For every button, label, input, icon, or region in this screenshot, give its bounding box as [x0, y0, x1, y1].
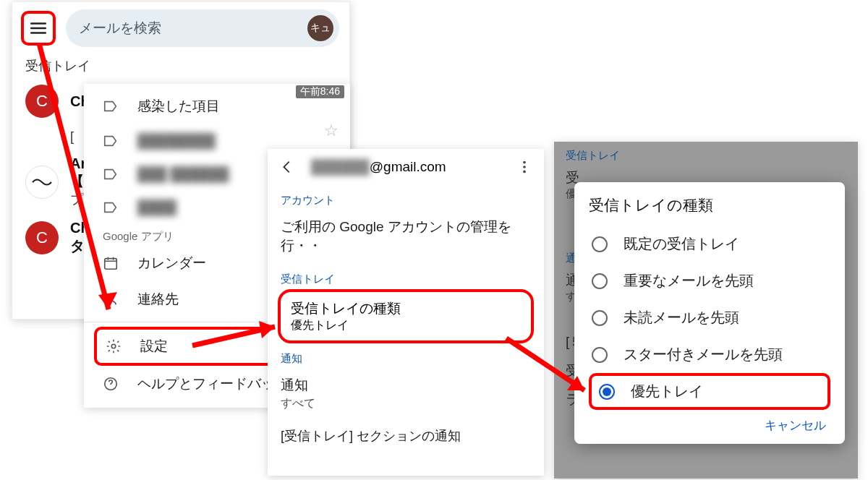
- gear-icon: [106, 338, 122, 354]
- highlight-inbox-type: 受信トレイの種類 優先トレイ: [278, 289, 534, 343]
- inbox-type-option-selected[interactable]: 優先トレイ: [589, 373, 830, 410]
- svg-point-6: [523, 171, 526, 173]
- notif-section-header: 通知: [268, 343, 544, 369]
- svg-point-2: [111, 344, 116, 348]
- tutorial-arrow-2: [190, 317, 291, 353]
- question-mark: ?: [323, 101, 331, 118]
- time-badge: 午前8:46: [296, 85, 344, 98]
- tutorial-arrow-1: [29, 40, 123, 330]
- back-arrow-icon[interactable]: [279, 159, 295, 175]
- inbox-type-option[interactable]: 既定の受信トレイ: [589, 226, 830, 262]
- svg-point-4: [523, 161, 526, 164]
- radio-icon: [592, 273, 608, 289]
- notif-row[interactable]: 通知 すべて: [268, 369, 544, 420]
- svg-marker-8: [98, 292, 117, 309]
- manage-account-row[interactable]: ご利用の Google アカウントの管理を行・・: [268, 210, 544, 264]
- inbox-type-option[interactable]: 未読メールを先頭: [589, 299, 830, 336]
- more-icon[interactable]: [516, 159, 532, 175]
- inbox-type-option[interactable]: スター付きメールを先頭: [589, 336, 830, 373]
- account-avatar-chip[interactable]: キュ: [307, 15, 333, 41]
- inbox-section-header: 受信トレイ: [268, 264, 544, 289]
- radio-selected-icon: [599, 384, 615, 400]
- star-icon[interactable]: ☆: [324, 121, 339, 140]
- radio-icon: [592, 310, 608, 326]
- radio-icon: [592, 236, 608, 252]
- dialog-title: 受信トレイの種類: [589, 195, 830, 215]
- cancel-button[interactable]: キャンセル: [589, 410, 830, 435]
- inbox-type-dialog: 受信トレイの種類 既定の受信トレイ 重要なメールを先頭 未読メールを先頭 スター…: [574, 182, 845, 444]
- svg-point-5: [523, 166, 526, 168]
- svg-line-7: [39, 43, 109, 309]
- account-settings-panel: ██████@gmail.com アカウント ご利用の Google アカウント…: [268, 149, 544, 476]
- tutorial-arrow-3: [503, 334, 597, 402]
- inbox-type-option[interactable]: 重要なメールを先頭: [589, 262, 830, 299]
- inbox-type-dialog-panel: 受信トレイ 受優 通 通す [５ 受 ラベルの管理 受信トレイの種類 既定の受信…: [554, 142, 858, 479]
- help-icon: [103, 376, 119, 392]
- account-email: ██████@gmail.com: [311, 159, 446, 175]
- inbox-type-row[interactable]: 受信トレイの種類 優先トレイ: [291, 299, 521, 333]
- search-placeholder: メールを検索: [79, 19, 161, 38]
- menu-icon: [29, 19, 48, 38]
- account-section-header: アカウント: [268, 185, 544, 210]
- section-notif-row[interactable]: [受信トレイ] セクションの通知: [268, 420, 544, 453]
- bg-section-header: 受信トレイ: [554, 142, 858, 166]
